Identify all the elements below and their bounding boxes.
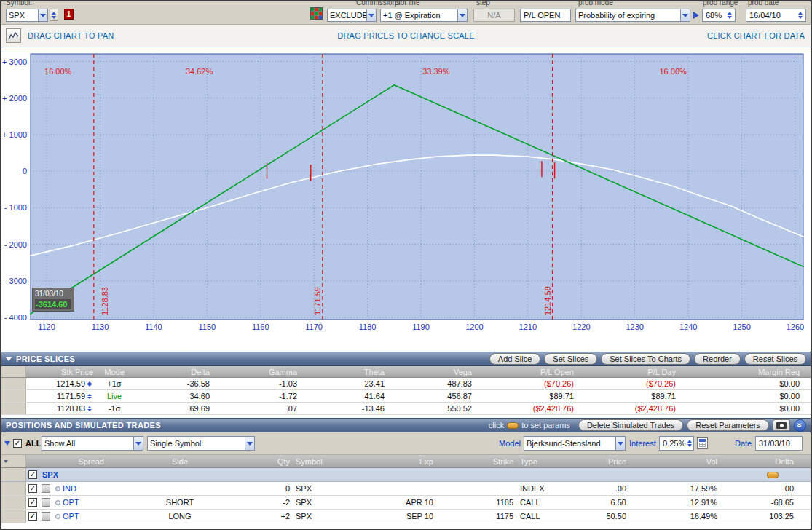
- slices-col-theta[interactable]: Theta: [300, 368, 387, 376]
- prob-mode-select[interactable]: Probability of expiring: [575, 9, 690, 22]
- positions-col-side[interactable]: Side: [122, 457, 238, 466]
- delete-simulated-trades-button[interactable]: Delete Simulated Trades: [578, 419, 683, 431]
- positions-col-vol[interactable]: Vol: [629, 457, 720, 466]
- dropdown-arrow-icon[interactable]: [457, 9, 467, 21]
- symbol-group-row[interactable]: SPX: [1, 468, 811, 482]
- collapse-triangle-icon[interactable]: [4, 441, 10, 446]
- set-params-icon[interactable]: [507, 422, 519, 429]
- price-slice-row[interactable]: 1128.83-1σ69.69.07-13.46550.52($2,428.76…: [1, 403, 811, 415]
- y-tick-label[interactable]: - 4000: [4, 313, 27, 322]
- slices-col-mode[interactable]: Mode: [96, 368, 133, 376]
- position-row[interactable]: IND0SPXINDEX.0017.59%.00: [1, 482, 811, 496]
- add-slice-button[interactable]: Add Slice: [489, 353, 540, 365]
- x-tick-label[interactable]: 1200: [465, 323, 483, 331]
- row-checkbox[interactable]: [28, 484, 37, 493]
- set-slices-button[interactable]: Set Slices: [544, 353, 597, 365]
- commissions-select[interactable]: EXCLUDE: [327, 9, 377, 22]
- x-tick-label[interactable]: 1230: [626, 323, 643, 331]
- qty-cell[interactable]: -2: [238, 498, 293, 507]
- positions-col-qty[interactable]: Qty: [238, 457, 293, 466]
- x-tick-label[interactable]: 1140: [145, 323, 162, 331]
- dropdown-arrow-icon[interactable]: [366, 9, 376, 21]
- plot-lines-select[interactable]: +1 @ Expiration: [380, 9, 468, 22]
- x-tick-label[interactable]: 1240: [679, 323, 697, 331]
- y-tick-label[interactable]: + 3000: [2, 58, 27, 66]
- slices-col-p-l-open[interactable]: P/L Open: [475, 368, 577, 376]
- qty-cell[interactable]: 0: [238, 484, 293, 493]
- row-options-button[interactable]: [42, 484, 50, 493]
- x-tick-label[interactable]: 1170: [305, 323, 323, 331]
- x-tick-label[interactable]: 1210: [519, 323, 537, 331]
- spinner-icon[interactable]: [725, 12, 732, 19]
- date-input[interactable]: 31/03/10: [755, 436, 803, 451]
- y-tick-label[interactable]: + 2000: [2, 94, 27, 103]
- price-slice-row[interactable]: 1171.59Live34.60-1.7241.64456.87$89.71$8…: [1, 390, 811, 403]
- qty-cell[interactable]: +2: [238, 512, 293, 521]
- instrument-cell[interactable]: IND: [52, 484, 122, 493]
- x-tick-label[interactable]: 1220: [572, 323, 590, 331]
- slice-stk-price[interactable]: 1171.59: [26, 392, 96, 400]
- price-slice-row[interactable]: 1214.59+1σ-36.58-1.0323.41487.83($70.26)…: [1, 378, 811, 390]
- position-row[interactable]: OPTSHORT-2SPXAPR 101185CALL6.5012.91%-68…: [1, 496, 811, 510]
- spinner-icon[interactable]: [685, 440, 692, 447]
- positions-col-type[interactable]: Type: [516, 457, 577, 466]
- positions-col-price[interactable]: Price: [577, 457, 629, 466]
- x-tick-label[interactable]: 1260: [787, 323, 804, 331]
- y-tick-label[interactable]: + 1000: [2, 130, 27, 139]
- positions-col-strike[interactable]: Strike: [436, 457, 516, 466]
- y-tick-label[interactable]: - 3000: [4, 277, 27, 285]
- collapse-triangle-icon[interactable]: [6, 357, 12, 361]
- y-tick-label[interactable]: - 1000: [4, 203, 27, 212]
- dropdown-arrow-icon[interactable]: [133, 437, 143, 450]
- model-select[interactable]: Bjerksund-Stensland: [524, 436, 626, 451]
- snapshot-button[interactable]: [773, 419, 790, 431]
- collapse-triangle-icon[interactable]: [4, 460, 8, 463]
- x-tick-label[interactable]: 1130: [92, 323, 109, 331]
- dropdown-arrow-icon[interactable]: [245, 437, 254, 450]
- spinner-icon[interactable]: [87, 406, 92, 411]
- x-tick-label[interactable]: 1120: [38, 323, 55, 331]
- row-checkbox[interactable]: [28, 512, 37, 521]
- slice-stk-price[interactable]: 1128.83: [26, 404, 96, 413]
- symbol-scope-select[interactable]: Single Symbol: [147, 436, 255, 451]
- positions-col-delta[interactable]: Delta: [720, 457, 797, 466]
- positions-col-spread[interactable]: Spread: [26, 457, 122, 466]
- slices-col-stk-price[interactable]: Stk Price: [26, 368, 96, 376]
- play-arrow-icon[interactable]: [693, 12, 699, 19]
- spinner-icon[interactable]: [87, 394, 92, 399]
- instrument-cell[interactable]: OPT: [52, 498, 122, 507]
- row-options-button[interactable]: [42, 498, 50, 507]
- set-params-icon[interactable]: [767, 472, 779, 478]
- position-row[interactable]: OPTLONG+2SPXSEP 101175CALL50.5016.49%103…: [1, 510, 811, 523]
- slices-col-vega[interactable]: Vega: [387, 368, 475, 376]
- x-tick-label[interactable]: 1150: [198, 323, 216, 331]
- set-slices-to-charts-button[interactable]: Set Slices To Charts: [601, 353, 690, 365]
- row-options-button[interactable]: [42, 512, 50, 521]
- reset-slices-button[interactable]: Reset Slices: [744, 353, 806, 365]
- chart-svg[interactable]: 1120113011401150116011701180119012001210…: [1, 47, 812, 353]
- dropdown-arrow-icon[interactable]: [38, 9, 47, 21]
- positions-col-symbol[interactable]: Symbol: [293, 457, 377, 466]
- symbol-select[interactable]: SPX: [6, 9, 48, 22]
- x-tick-label[interactable]: 1190: [412, 323, 430, 331]
- spinner-icon[interactable]: [87, 381, 92, 387]
- instrument-cell[interactable]: OPT: [52, 512, 122, 521]
- all-checkbox[interactable]: [13, 439, 22, 448]
- dropdown-arrow-icon[interactable]: [615, 437, 625, 450]
- slices-col-delta[interactable]: Delta: [133, 368, 213, 376]
- reset-parameters-button[interactable]: Reset Parameters: [687, 419, 769, 431]
- expand-all-button[interactable]: »: [794, 419, 806, 432]
- positions-col-exp[interactable]: Exp: [377, 457, 436, 466]
- symbol-spinner[interactable]: [50, 9, 58, 21]
- show-all-select[interactable]: Show All: [42, 436, 143, 451]
- reorder-button[interactable]: Reorder: [694, 353, 741, 365]
- y-tick-label[interactable]: 0: [23, 167, 27, 175]
- plot-area[interactable]: [31, 54, 803, 320]
- portfolio-grid-icon[interactable]: [310, 7, 323, 20]
- y-tick-label[interactable]: - 2000: [4, 240, 27, 249]
- slice-stk-price[interactable]: 1214.59: [26, 379, 96, 388]
- spinner-icon[interactable]: [796, 12, 803, 19]
- pl-mode-field[interactable]: P/L OPEN: [520, 9, 571, 22]
- x-tick-label[interactable]: 1250: [733, 323, 750, 331]
- slices-col-p-l-day[interactable]: P/L Day: [577, 368, 679, 376]
